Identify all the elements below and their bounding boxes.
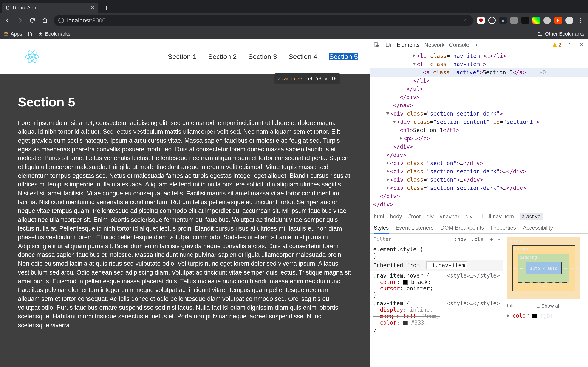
extensions-area: ⋮: [477, 17, 585, 24]
box-content-size: auto × auto: [530, 266, 557, 271]
style-rule-hover[interactable]: <style>…</style> .nav-item:hover { color…: [370, 271, 503, 299]
extension-graycircle-icon[interactable]: [544, 17, 551, 24]
tab-dom-breakpoints[interactable]: DOM Breakpoints: [441, 225, 484, 231]
devtools-panel: Elements Network Console » 2 ⋮ ✕ <li cla…: [370, 40, 588, 367]
address-bar[interactable]: i localhost:3000 ☆: [54, 15, 473, 26]
tab-styles[interactable]: Styles: [374, 225, 389, 234]
show-all-toggle[interactable]: Show all: [537, 303, 560, 309]
crumb[interactable]: ul: [478, 213, 483, 220]
nav-link-section-3[interactable]: Section 3: [248, 53, 277, 60]
warning-icon: [552, 43, 557, 47]
section-content: Section 5 Lorem ipsum dolor sit amet, co…: [0, 74, 370, 367]
nav-item[interactable]: Section 5: [329, 53, 358, 60]
computed-filter-input[interactable]: [507, 303, 532, 309]
nav-item[interactable]: Section 4: [288, 53, 317, 60]
nav-item[interactable]: Section 1: [168, 53, 197, 60]
dom-breadcrumb[interactable]: html body #root div #navbar div ul li.na…: [370, 211, 588, 222]
bookmarks-bar: Apps ★ Bookmarks Other Bookmarks: [0, 28, 588, 40]
crumb[interactable]: #root: [408, 213, 421, 220]
apps-label: Apps: [10, 31, 22, 37]
extension-dark-icon[interactable]: [499, 17, 507, 24]
inherited-from-row: Inherited from li.nav-item: [370, 260, 503, 271]
browser-tab[interactable]: React App ✕: [2, 3, 98, 13]
inspect-element-icon[interactable]: [373, 41, 380, 49]
padding-label: padding: [519, 255, 537, 260]
device-toggle-icon[interactable]: [385, 41, 392, 49]
expand-icon[interactable]: [507, 314, 509, 317]
crumb[interactable]: #navbar: [440, 213, 460, 220]
style-rule-navitem[interactable]: <style>…</style> .nav-item { display: in…: [370, 299, 503, 333]
crumb[interactable]: div: [426, 213, 434, 220]
devtools-menu-icon[interactable]: ⋮: [566, 41, 573, 49]
extension-gray-icon[interactable]: [510, 17, 518, 24]
bookmarks-folder[interactable]: ★ Bookmarks: [38, 31, 70, 37]
react-logo-icon: [25, 50, 39, 64]
more-tabs-icon[interactable]: »: [474, 41, 477, 48]
extension-circle-icon[interactable]: [488, 17, 496, 24]
computed-color-row[interactable]: color rgb(: [507, 313, 584, 319]
crumb[interactable]: div: [466, 213, 473, 220]
tooltip-selector: a.active: [278, 76, 302, 81]
bookmark-html-item[interactable]: [27, 31, 33, 36]
browser-tabstrip: React App ✕ ＋: [0, 0, 588, 13]
tab-elements[interactable]: Elements: [397, 42, 420, 48]
rule-source-link[interactable]: <style>…</style>: [447, 273, 500, 279]
page-viewport: Section 1 Section 2 Section 3 Section 4 …: [0, 40, 370, 367]
nav-link-section-2[interactable]: Section 2: [208, 53, 237, 60]
tab-accessibility[interactable]: Accessibility: [523, 225, 553, 231]
tooltip-dimensions: 68.58 × 18: [306, 76, 337, 81]
warning-count[interactable]: 2: [552, 42, 561, 48]
bookmark-star-icon[interactable]: ☆: [463, 17, 468, 24]
dom-tree[interactable]: <li class="nav-item">…</li> <li class="n…: [370, 50, 588, 211]
crumb-active[interactable]: a.active: [520, 213, 543, 220]
extension-flash-icon[interactable]: [554, 17, 562, 24]
nav-link-section-5[interactable]: Section 5: [329, 53, 358, 60]
nav-link-section-4[interactable]: Section 4: [288, 53, 317, 60]
nav-item[interactable]: Section 3: [248, 53, 277, 60]
styles-filter-input[interactable]: [370, 236, 452, 242]
crumb[interactable]: html: [374, 213, 384, 220]
inspector-tooltip: a.active 68.58 × 18: [274, 73, 340, 84]
extension-devtools-icon[interactable]: [521, 17, 529, 24]
app-navbar: Section 1 Section 2 Section 3 Section 4 …: [0, 40, 370, 74]
chevron-down-icon[interactable]: ▾: [498, 236, 503, 242]
rule-source-link[interactable]: <style>…</style>: [447, 300, 500, 307]
file-icon: [27, 31, 33, 36]
tab-event-listeners[interactable]: Event Listeners: [396, 225, 433, 231]
tab-title: React App: [13, 5, 36, 11]
new-tab-button[interactable]: ＋: [102, 3, 111, 12]
back-button[interactable]: [3, 16, 12, 25]
element-style-block[interactable]: element.style { }: [370, 245, 503, 260]
margin-label: margin: [509, 238, 523, 243]
nav-item[interactable]: Section 2: [208, 53, 237, 60]
devtools-close-icon[interactable]: ✕: [578, 41, 585, 49]
tab-properties[interactable]: Properties: [491, 225, 516, 231]
other-bookmarks-button[interactable]: Other Bookmarks: [537, 31, 584, 37]
styles-tabs: Styles Event Listeners DOM Breakpoints P…: [370, 222, 588, 234]
chrome-menu-button[interactable]: ⋮: [577, 17, 584, 24]
home-button[interactable]: [40, 16, 50, 25]
tab-console[interactable]: Console: [449, 42, 469, 48]
new-style-rule-button[interactable]: ＋: [485, 235, 498, 244]
bookmarks-label: Bookmarks: [45, 31, 70, 37]
section-body: Lorem ipsum dolor sit amet, consectetur …: [18, 119, 352, 330]
apps-button[interactable]: Apps: [4, 31, 22, 37]
close-icon[interactable]: ✕: [90, 5, 95, 11]
folder-icon: [537, 31, 543, 37]
crumb[interactable]: body: [390, 213, 402, 220]
profile-avatar[interactable]: [565, 17, 573, 24]
extension-colorful-icon[interactable]: [532, 17, 540, 24]
crumb[interactable]: li.nav-item: [489, 213, 514, 220]
tab-network[interactable]: Network: [424, 42, 444, 48]
site-info-icon[interactable]: i: [58, 18, 64, 23]
star-icon: ★: [38, 31, 43, 37]
inherited-selector[interactable]: li.nav-item: [426, 261, 467, 269]
nav-link-section-1[interactable]: Section 1: [168, 53, 197, 60]
box-model-pane: margin – – – – border – – – – padding: [503, 234, 588, 367]
reload-button[interactable]: [27, 16, 37, 25]
extension-ublock-icon[interactable]: [477, 17, 485, 24]
hov-toggle[interactable]: :hov: [452, 236, 469, 242]
box-model-diagram[interactable]: margin – – – – border – – – – padding: [507, 237, 580, 299]
forward-button[interactable]: [15, 16, 25, 25]
cls-toggle[interactable]: .cls: [469, 236, 485, 242]
